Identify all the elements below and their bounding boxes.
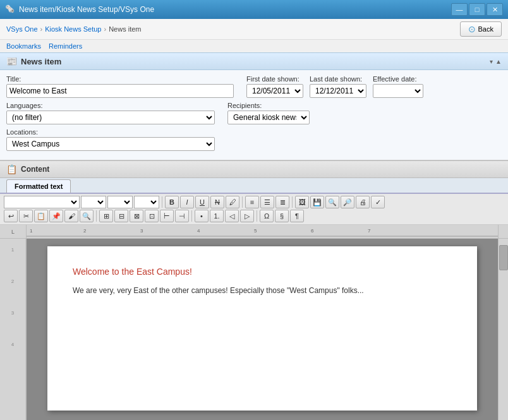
news-item-header: 📰 News item ▾ ▲ [0, 52, 508, 70]
breadcrumb-sep-2: › [104, 25, 106, 33]
split-cells[interactable]: ⊢ [160, 210, 174, 222]
sep-1 [162, 196, 162, 208]
pin-button[interactable]: ▲ [495, 58, 502, 65]
news-item-title: News item [21, 57, 61, 66]
svg-text:4: 4 [197, 228, 200, 234]
image-button[interactable]: 🖼 [295, 196, 309, 208]
ol-button[interactable]: 1. [210, 210, 224, 222]
font-select[interactable] [4, 196, 80, 208]
align-center-button[interactable]: ☰ [260, 196, 274, 208]
svg-text:7: 7 [368, 228, 371, 234]
breadcrumb-kiosk[interactable]: Kiosk News Setup [45, 25, 101, 33]
content-title: Content [21, 165, 49, 174]
symbols-button[interactable]: § [275, 210, 289, 222]
toolbar-row-1: B I U N 🖊 ≡ ☰ ≣ 🖼 💾 🔍 🔎 🖨 ✓ [4, 196, 504, 208]
format-painter[interactable]: 🖌 [64, 210, 78, 222]
find-button[interactable]: 🔍 [80, 210, 94, 222]
svg-text:5: 5 [254, 228, 257, 234]
color-select[interactable] [134, 196, 159, 208]
svg-text:4: 4 [11, 342, 15, 347]
undo-button[interactable]: ↩ [4, 210, 18, 222]
svg-text:1: 1 [11, 247, 15, 253]
align-right-button[interactable]: ≣ [275, 196, 289, 208]
document-page: Welcome to the East Campus! We are very,… [47, 246, 477, 411]
title-input[interactable] [6, 84, 234, 98]
ruler-right-pad [498, 225, 508, 238]
vertical-scrollbar[interactable] [498, 239, 508, 420]
collapse-button[interactable]: ▾ [490, 58, 493, 65]
svg-text:3: 3 [140, 228, 143, 234]
table-insert[interactable]: ⊟ [114, 210, 128, 222]
languages-label: Languages: [6, 102, 215, 109]
effective-date-select[interactable] [373, 84, 423, 98]
table-props[interactable]: ⊣ [175, 210, 189, 222]
reminders-link[interactable]: Reminders [49, 42, 82, 50]
last-date-select[interactable]: 12/12/2011 [310, 84, 366, 98]
merge-cells[interactable]: ⊡ [145, 210, 159, 222]
breadcrumb-sep-1: › [40, 25, 43, 33]
languages-select[interactable]: (no filter) [6, 111, 215, 124]
bookmarks-link[interactable]: Bookmarks [6, 42, 41, 50]
table-delete[interactable]: ⊠ [130, 210, 143, 222]
back-label: Back [478, 25, 493, 33]
breadcrumb: VSys One › Kiosk News Setup › News item [6, 25, 141, 33]
size-select[interactable] [81, 196, 106, 208]
underline-button[interactable]: U [195, 196, 209, 208]
copy-button[interactable]: 📋 [34, 210, 48, 222]
zoom-out-button[interactable]: 🔎 [341, 196, 354, 208]
content-header: 📋 Content [0, 160, 508, 178]
editor-toolbar: B I U N 🖊 ≡ ☰ ≣ 🖼 💾 🔍 🔎 🖨 ✓ ↩ ✂ 📋 [0, 194, 508, 225]
zoom-in-button[interactable]: 🔍 [325, 196, 339, 208]
recipients-select[interactable]: General kiosk news [227, 111, 310, 124]
editor-main: 1 2 3 4 Welcome to the East Campus! We a… [0, 239, 508, 420]
print-button[interactable]: 🖨 [356, 196, 370, 208]
editor-body: L 1 2 3 4 5 6 7 [0, 225, 508, 420]
content-icon: 📋 [6, 164, 17, 174]
table-button[interactable]: ⊞ [99, 210, 113, 222]
sep-5 [191, 210, 192, 222]
title-label: Title: [6, 75, 234, 83]
svg-text:2: 2 [11, 279, 15, 284]
close-button[interactable]: ✕ [487, 3, 503, 16]
strikethrough-button[interactable]: N [210, 196, 224, 208]
ul-button[interactable]: • [195, 210, 209, 222]
form-area: Title: First date shown: 12/05/2011 Last… [0, 70, 508, 160]
sep-3 [292, 196, 293, 208]
breadcrumb-bar: VSys One › Kiosk News Setup › News item … [0, 19, 508, 40]
maximize-button[interactable]: □ [469, 3, 485, 16]
svg-text:2: 2 [83, 228, 87, 234]
para-marks[interactable]: ¶ [290, 210, 304, 222]
style-select[interactable] [107, 196, 133, 208]
back-button[interactable]: ⊙ Back [460, 21, 502, 37]
breadcrumb-current: News item [109, 25, 141, 33]
cut-button[interactable]: ✂ [19, 210, 33, 222]
section-controls: ▾ ▲ [490, 58, 502, 65]
editor-scroll-area[interactable]: Welcome to the East Campus! We are very,… [27, 239, 498, 420]
align-left-button[interactable]: ≡ [245, 196, 259, 208]
svg-text:6: 6 [311, 228, 314, 234]
paste-button[interactable]: 📌 [49, 210, 63, 222]
minimize-button[interactable]: — [451, 3, 468, 16]
content-section: 📋 Content Formatted text B I U N 🖊 ≡ [0, 160, 508, 420]
title-bar: 🗞️ News item/Kiosk News Setup/VSys One —… [0, 0, 508, 19]
bold-button[interactable]: B [165, 196, 179, 208]
indent-more[interactable]: ▷ [240, 210, 254, 222]
breadcrumb-vsys[interactable]: VSys One [6, 25, 38, 33]
vertical-ruler: 1 2 3 4 [0, 239, 27, 420]
ruler-scale: 1 2 3 4 5 6 7 [27, 225, 498, 238]
tab-formatted-text[interactable]: Formatted text [6, 179, 71, 193]
first-date-select[interactable]: 12/05/2011 [246, 84, 303, 98]
tab-bar: Formatted text [0, 178, 508, 194]
toolbar-row-2: ↩ ✂ 📋 📌 🖌 🔍 ⊞ ⊟ ⊠ ⊡ ⊢ ⊣ • 1. ◁ ▷ Ω [4, 210, 504, 222]
effective-date-label: Effective date: [373, 75, 423, 83]
save-button[interactable]: 💾 [310, 196, 324, 208]
locations-select[interactable]: West Campus [6, 137, 215, 151]
scrollbar-thumb[interactable] [499, 245, 508, 270]
spell-check-button[interactable]: ✓ [371, 196, 385, 208]
highlight-button[interactable]: 🖊 [226, 196, 239, 208]
indent-less[interactable]: ◁ [225, 210, 239, 222]
sep-6 [257, 210, 257, 222]
italic-button[interactable]: I [180, 196, 194, 208]
sep-2 [242, 196, 243, 208]
special-char[interactable]: Ω [260, 210, 274, 222]
